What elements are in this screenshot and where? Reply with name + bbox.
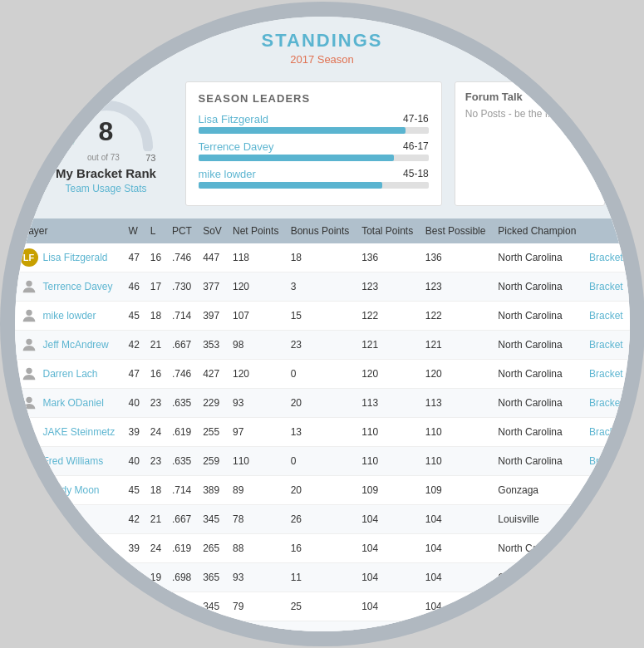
player-name[interactable]: Mark ODaniel — [43, 397, 104, 409]
player-name[interactable]: Darren Lach — [43, 368, 98, 380]
table-row: ...Chick4221.6673457826104104LouisvilleB… — [15, 505, 630, 534]
pct-cell: .746 — [167, 360, 198, 389]
leader-bar-bg — [199, 182, 429, 189]
bracket-rank-title: My Bracket Rank — [56, 166, 156, 180]
column-header: PCT — [167, 218, 198, 243]
bracket-cell: Bracket — [584, 331, 630, 360]
l-cell: 16 — [145, 360, 167, 389]
bonus-cell: 26 — [286, 505, 357, 534]
total-cell: 102 — [356, 621, 420, 632]
sov-cell: 353 — [198, 331, 228, 360]
bracket-cell: Bracket — [584, 447, 630, 476]
leader-name[interactable]: mike lowder — [199, 168, 256, 180]
l-cell: 16 — [145, 243, 167, 272]
svg-point-6 — [26, 426, 32, 432]
avatar: LF — [20, 248, 38, 267]
net-cell: 61 — [228, 621, 286, 632]
gauge-labels: 1 out of 73 73 — [57, 153, 156, 163]
champion-cell: North Carolina — [493, 272, 584, 302]
leader-name[interactable]: Terrence Davey — [199, 140, 274, 153]
champion-cell: North Carolina — [493, 389, 584, 418]
avatar — [20, 307, 38, 325]
player-name[interactable]: Terrence Davey — [43, 281, 113, 292]
table-row: Mark ODaniel4023.6352299320113113North C… — [15, 389, 630, 418]
total-cell: 113 — [356, 389, 420, 418]
champion-cell: Gonzaga — [493, 476, 584, 505]
avatar — [20, 626, 38, 631]
w-cell: 45 — [124, 476, 145, 505]
player-name[interactable]: JAKE Steinmetz — [43, 426, 116, 438]
bracket-link[interactable]: Bra... — [589, 484, 613, 496]
sov-cell: 255 — [198, 418, 228, 447]
sov-cell: 345 — [198, 505, 228, 534]
bracket-link[interactable]: Bracket — [589, 368, 623, 380]
sov-cell: 377 — [198, 272, 228, 302]
avatar — [20, 539, 38, 557]
leader-bar-bg — [199, 155, 429, 161]
sov-cell: 229 — [198, 389, 228, 418]
svg-point-10 — [26, 542, 32, 548]
pct-cell: .635 — [167, 389, 198, 418]
bonus-cell: 18 — [286, 243, 357, 272]
player-cell: LFLisa Fitzgerald — [15, 243, 124, 272]
total-cell: 122 — [356, 302, 420, 331]
bonus-cell: 23 — [286, 331, 357, 360]
bonus-cell: 16 — [286, 534, 357, 563]
sov-cell: 259 — [198, 447, 228, 476]
svg-point-2 — [26, 310, 32, 316]
w-cell: 39 — [124, 534, 145, 563]
net-cell: 120 — [228, 360, 286, 389]
table-row: Darren Lach4716.7464271200120120North Ca… — [15, 360, 630, 389]
main-container: Madness STANDINGS 2017 Season ▶ — [15, 17, 630, 631]
player-cell: ...Chick — [15, 505, 124, 534]
avatar — [20, 394, 38, 412]
bracket-link[interactable]: Bracket — [589, 310, 623, 322]
svg-point-8 — [26, 484, 32, 490]
bracket-link[interactable]: Bracket — [589, 397, 623, 409]
team-usage-link[interactable]: Team Usage Stats — [65, 183, 146, 194]
champion-cell: North Carolina — [493, 302, 584, 331]
top-section: Madness STANDINGS 2017 Season ▶ — [15, 17, 630, 218]
bonus-cell: 13 — [286, 418, 357, 447]
player-name[interactable]: Jeff McAndrew — [43, 339, 109, 351]
bracket-link[interactable]: Bracket — [589, 252, 623, 263]
forum-post-link[interactable]: post — [575, 108, 594, 120]
bonus-cell: 0 — [286, 447, 357, 476]
l-cell: 17 — [145, 272, 167, 302]
bracket-link[interactable]: Bracket — [589, 281, 623, 292]
forum-no-posts: No Posts - be the first to — [465, 108, 575, 120]
player-name[interactable]: ...Chick — [43, 513, 76, 525]
table-row: 4221.6673457925104104 — [15, 592, 630, 621]
champion-cell: Gonz... — [493, 563, 584, 592]
champion-cell: North Carolina — [493, 360, 584, 389]
player-name[interactable]: Daddy Moon — [43, 484, 100, 496]
pct-cell — [167, 621, 198, 632]
best-cell: 113 — [420, 389, 494, 418]
bracket-link[interactable]: Bracket — [589, 339, 623, 351]
action-button[interactable]: ▶ — [573, 32, 597, 50]
leaders-title: SEASON LEADERS — [199, 92, 429, 105]
player-name[interactable]: Fred Williams — [43, 455, 104, 467]
total-cell: 104 — [356, 592, 420, 621]
player-name[interactable]: mike lowder — [43, 310, 96, 322]
bracket-link[interactable]: Bracket — [589, 455, 623, 467]
leader-name[interactable]: Lisa Fitzgerald — [199, 113, 269, 125]
net-cell: 110 — [228, 447, 286, 476]
l-cell: 21 — [145, 592, 167, 621]
bracket-cell: Bracket — [584, 243, 630, 272]
w-cell: 40 — [124, 447, 145, 476]
player-name[interactable]: Lisa Fitzgerald — [43, 252, 108, 263]
bracket-link[interactable]: Bracket — [589, 513, 623, 525]
champion-cell: North Carolina — [493, 243, 584, 272]
champion-cell: North Carolina — [493, 418, 584, 447]
avatar — [20, 277, 38, 296]
forum-card: Forum Talk No Posts - be the first to po… — [455, 81, 605, 206]
leader-bar-fill — [199, 155, 395, 161]
total-cell: 109 — [356, 476, 420, 505]
bracket-link[interactable]: Bracket — [589, 426, 623, 438]
bracket-cell: Bracket — [584, 360, 630, 389]
best-cell: 104 — [420, 505, 494, 534]
w-cell: 46 — [124, 272, 145, 302]
player-cell: Fred Williams — [15, 447, 124, 476]
l-cell: 18 — [145, 476, 167, 505]
